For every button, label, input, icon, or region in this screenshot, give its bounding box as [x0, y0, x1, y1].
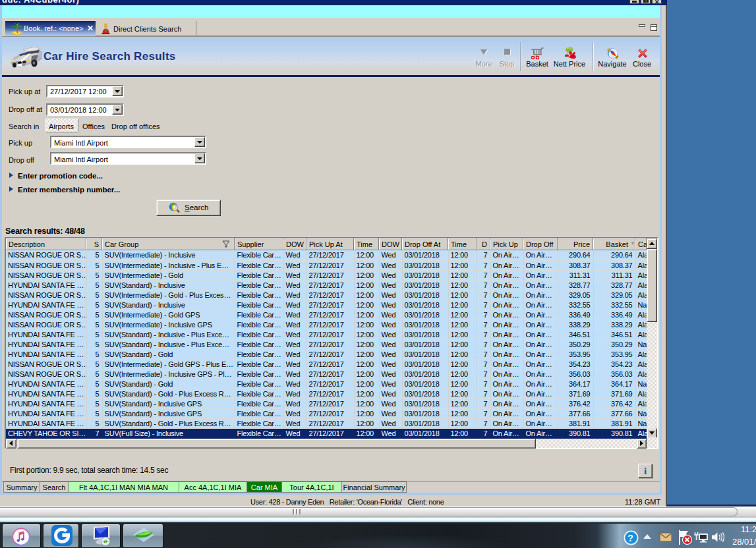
svg-text:?: ?	[627, 533, 633, 543]
